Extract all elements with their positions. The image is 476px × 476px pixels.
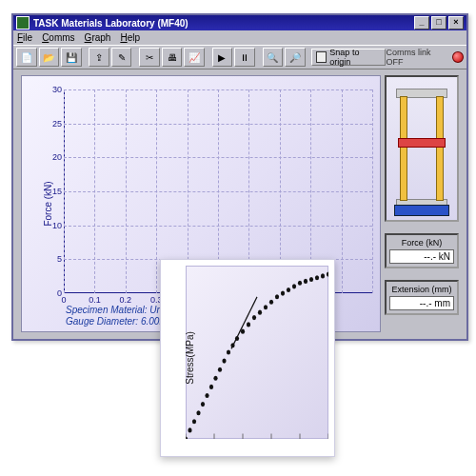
svg-point-20 xyxy=(281,291,285,296)
menu-file[interactable]: FFileile xyxy=(17,32,32,43)
svg-line-29 xyxy=(231,297,257,349)
menubar: FFileile Comms Graph Help xyxy=(13,30,466,45)
print-icon[interactable]: 🖶 xyxy=(162,48,183,67)
svg-point-17 xyxy=(264,305,268,309)
svg-point-21 xyxy=(287,288,290,292)
svg-point-8 xyxy=(218,367,222,372)
menu-help[interactable]: Help xyxy=(120,32,140,43)
zoom-out-icon[interactable]: 🔎 xyxy=(285,48,306,67)
zoom-in-icon[interactable]: 🔍 xyxy=(263,48,284,67)
svg-point-28 xyxy=(327,272,328,277)
svg-point-6 xyxy=(209,385,213,389)
inset-chart: Stress(MPa) xyxy=(160,259,335,457)
svg-point-4 xyxy=(201,402,205,407)
svg-point-26 xyxy=(315,275,319,280)
cut-icon[interactable]: ✂ xyxy=(139,48,160,67)
app-icon xyxy=(16,16,30,30)
svg-point-5 xyxy=(205,393,208,398)
export-icon[interactable]: ⇪ xyxy=(89,48,109,67)
x-tick: 0 xyxy=(61,295,66,305)
svg-point-25 xyxy=(309,277,313,282)
svg-point-14 xyxy=(247,322,250,327)
svg-point-24 xyxy=(304,279,307,284)
svg-point-3 xyxy=(196,410,200,415)
y-tick: 5 xyxy=(45,254,62,264)
save-icon[interactable]: 💾 xyxy=(61,48,82,67)
y-tick: 0 xyxy=(45,288,62,298)
force-value: --.- kN xyxy=(389,249,454,264)
maximize-button[interactable]: □ xyxy=(431,16,446,30)
menu-graph[interactable]: Graph xyxy=(85,32,111,43)
svg-point-22 xyxy=(292,284,296,288)
force-label: Force (kN) xyxy=(389,238,454,248)
toolbar: 📄 📂 💾 ⇪ ✎ ✂ 🖶 📈 ▶ ⏸ 🔍 🔎 Snap to origin C… xyxy=(13,45,466,69)
svg-point-18 xyxy=(269,300,273,305)
titlebar[interactable]: TASK Materials Laboratory (MF40) _ □ × xyxy=(13,15,466,30)
x-tick: 0.1 xyxy=(89,295,101,305)
menu-comms[interactable]: Comms xyxy=(42,32,74,43)
y-tick: 15 xyxy=(45,187,62,196)
svg-point-1 xyxy=(188,427,191,432)
snap-label: Snap to origin xyxy=(329,48,381,67)
chart-icon[interactable]: 📈 xyxy=(184,48,205,67)
svg-point-16 xyxy=(258,310,262,315)
svg-point-2 xyxy=(192,419,196,424)
close-button[interactable]: × xyxy=(448,16,464,30)
title-text: TASK Materials Laboratory (MF40) xyxy=(33,18,188,29)
y-tick: 20 xyxy=(45,152,62,162)
svg-point-23 xyxy=(298,281,302,286)
new-icon[interactable]: 📄 xyxy=(16,48,37,67)
svg-point-27 xyxy=(321,273,325,278)
open-icon[interactable]: 📂 xyxy=(39,48,60,67)
svg-point-10 xyxy=(227,349,230,354)
extension-value: --.- mm xyxy=(389,296,454,310)
status-lamp-icon xyxy=(452,51,464,63)
extension-readout: Extension (mm) --.- mm xyxy=(385,280,459,315)
extension-label: Extension (mm) xyxy=(389,285,454,294)
svg-point-9 xyxy=(222,359,226,364)
target-icon xyxy=(316,51,327,63)
y-tick: 10 xyxy=(45,221,62,230)
pencil-icon[interactable]: ✎ xyxy=(111,48,132,67)
force-readout: Force (kN) --.- kN xyxy=(385,233,459,268)
y-tick: 25 xyxy=(45,119,62,129)
y-tick: 30 xyxy=(45,85,62,94)
svg-point-7 xyxy=(213,376,217,381)
inset-svg xyxy=(186,266,328,439)
pause-icon[interactable]: ⏸ xyxy=(234,48,255,67)
minimize-button[interactable]: _ xyxy=(414,16,429,30)
svg-point-15 xyxy=(252,315,256,320)
svg-point-19 xyxy=(275,294,279,299)
comms-status-text: Comms link OFF xyxy=(387,48,449,67)
comms-status: Comms link OFF xyxy=(387,48,465,67)
run-icon[interactable]: ▶ xyxy=(212,48,233,67)
x-tick: 0.2 xyxy=(120,295,132,305)
snap-to-origin-button[interactable]: Snap to origin xyxy=(311,49,387,66)
side-panel: Force (kN) --.- kN Extension (mm) --.- m… xyxy=(385,75,459,331)
rig-illustration xyxy=(385,75,459,222)
